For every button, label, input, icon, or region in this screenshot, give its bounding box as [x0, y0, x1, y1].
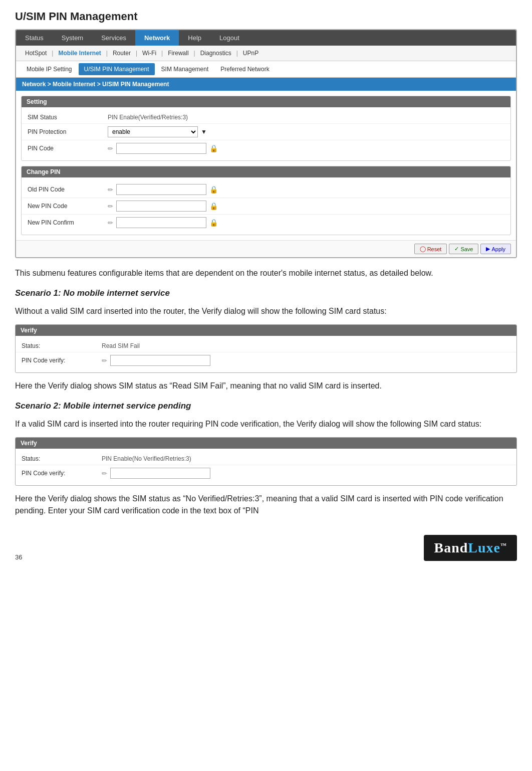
tab-usim-pin[interactable]: U/SIM PIN Management [79, 63, 155, 75]
verify-pin-field-1[interactable] [110, 355, 210, 366]
pin-code-label: PIN Code [28, 145, 108, 152]
nav-logout[interactable]: Logout [210, 30, 248, 46]
pin-code-input: ✏ 🔒 [108, 143, 218, 154]
top-nav: Status System Services Network Help Logo… [16, 30, 516, 46]
pencil-icon-v1: ✏ [102, 357, 107, 364]
verify-header-2: Verify [16, 438, 516, 449]
third-nav: Mobile IP Setting U/SIM PIN Management S… [16, 61, 516, 78]
scenario2: Scenario 2: Mobile internet service pend… [15, 401, 517, 517]
logo-tm: ™ [500, 542, 507, 549]
verify-status-value-2: PIN Enable(No Verified/Retries:3) [102, 455, 191, 462]
router-ui: Status System Services Network Help Logo… [15, 29, 517, 258]
verify-box-1: Verify Status: Read SIM Fail PIN Code ve… [15, 324, 517, 373]
nav-services[interactable]: Services [92, 30, 135, 46]
logo-band: Band [434, 540, 468, 555]
change-pin-section-header: Change PIN [22, 166, 510, 177]
sim-status-value: PIN Enable(Verified/Retries:3) [108, 114, 504, 121]
nav-mobile-internet[interactable]: Mobile Internet [54, 48, 105, 58]
reset-icon: ◯ [420, 246, 426, 252]
sim-status-row: SIM Status PIN Enable(Verified/Retries:3… [22, 111, 510, 124]
verify-status-row-2: Status: PIN Enable(No Verified/Retries:3… [16, 453, 516, 465]
dropdown-arrow-icon: ▼ [201, 128, 207, 135]
scenario1-after-text: Here the Verify dialog shows SIM status … [15, 380, 517, 392]
pin-protection-input: enable disable ▼ [108, 126, 207, 137]
nav-help[interactable]: Help [179, 30, 210, 46]
save-icon: ✓ [454, 246, 459, 252]
verify-pin-input-1: ✏ [102, 355, 210, 366]
pin-code-field[interactable] [116, 143, 206, 154]
verify-pin-row-1: PIN Code verify: ✏ [16, 352, 516, 368]
verify-status-label-2: Status: [22, 455, 102, 462]
new-pin-field[interactable] [116, 201, 206, 212]
confirm-pin-input-group: ✏ 🔒 [108, 217, 218, 228]
nav-diagnostics[interactable]: Diagnostics [196, 48, 235, 58]
new-pin-label: New PIN Code [28, 203, 108, 210]
verify-pin-row-2: PIN Code verify: ✏ [16, 465, 516, 481]
pencil-icon-old: ✏ [108, 186, 113, 194]
apply-icon: ▶ [486, 246, 490, 252]
pin-protection-select[interactable]: enable disable [108, 126, 198, 137]
nav-wifi[interactable]: Wi-Fi [138, 48, 160, 58]
pencil-icon-new: ✏ [108, 203, 113, 210]
nav-network[interactable]: Network [135, 30, 179, 46]
page-title: U/SIM PIN Management [15, 10, 517, 23]
nav-hotspot[interactable]: HotSpot [21, 48, 51, 58]
verify-pin-input-2: ✏ [102, 468, 210, 479]
old-pin-field[interactable] [116, 184, 206, 195]
scenario2-after-text: Here the Verify dialog shows the SIM sta… [15, 493, 517, 517]
pin-protection-label: PIN Protection [28, 128, 108, 135]
nav-status[interactable]: Status [16, 30, 53, 46]
tab-sim-management[interactable]: SIM Management [156, 63, 214, 75]
new-pin-input-group: ✏ 🔒 [108, 201, 218, 212]
verify-pin-label-2: PIN Code verify: [22, 470, 102, 477]
page-number: 36 [15, 553, 22, 561]
logo-text: BandLuxe™ [434, 540, 507, 555]
body-text-1: This submenu features configurable items… [15, 267, 517, 279]
pin-protection-row: PIN Protection enable disable ▼ [22, 124, 510, 140]
verify-pin-label-1: PIN Code verify: [22, 357, 102, 364]
change-pin-section-body: Old PIN Code ✏ 🔒 New PIN Code ✏ 🔒 New PI… [22, 177, 510, 235]
scenario1: Scenario 1: No mobile internet service W… [15, 288, 517, 392]
lock-icon-new: 🔒 [209, 202, 218, 210]
setting-section-header: Setting [22, 96, 510, 107]
pin-code-row: PIN Code ✏ 🔒 [22, 140, 510, 156]
nav-upnp[interactable]: UPnP [239, 48, 262, 58]
nav-router[interactable]: Router [109, 48, 135, 58]
nav-firewall[interactable]: Firewall [164, 48, 192, 58]
lock-icon-confirm: 🔒 [209, 219, 218, 227]
nav-system[interactable]: System [53, 30, 92, 46]
confirm-pin-label: New PIN Confirm [28, 219, 108, 226]
save-button[interactable]: ✓ Save [449, 244, 478, 254]
verify-status-row-1: Status: Read SIM Fail [16, 340, 516, 352]
scenario2-description: If a valid SIM card is inserted into the… [15, 418, 517, 430]
tab-preferred-network[interactable]: Preferred Network [215, 63, 275, 75]
second-nav: HotSpot | Mobile Internet | Router | Wi-… [16, 46, 516, 61]
scenario1-title: Scenario 1: No mobile internet service [15, 288, 517, 298]
apply-button[interactable]: ▶ Apply [480, 244, 511, 254]
verify-header-1: Verify [16, 325, 516, 336]
verify-box-2: Verify Status: PIN Enable(No Verified/Re… [15, 437, 517, 486]
footer-buttons: ◯ Reset ✓ Save ▶ Apply [16, 240, 516, 257]
setting-section: Setting SIM Status PIN Enable(Verified/R… [21, 96, 511, 161]
old-pin-input-group: ✏ 🔒 [108, 184, 218, 195]
breadcrumb: Network > Mobile Internet > U/SIM PIN Ma… [16, 78, 516, 91]
confirm-pin-field[interactable] [116, 217, 206, 228]
sim-status-label: SIM Status [28, 114, 108, 121]
verify-pin-field-2[interactable] [110, 468, 210, 479]
new-pin-row: New PIN Code ✏ 🔒 [22, 198, 510, 215]
reset-button[interactable]: ◯ Reset [414, 244, 447, 254]
lock-icon-old: 🔒 [209, 185, 218, 194]
verify-body-2: Status: PIN Enable(No Verified/Retries:3… [16, 449, 516, 485]
verify-status-label-1: Status: [22, 342, 102, 349]
bandluxe-logo: BandLuxe™ [424, 535, 517, 561]
pencil-icon-confirm: ✏ [108, 219, 113, 227]
scenario2-title: Scenario 2: Mobile internet service pend… [15, 401, 517, 411]
verify-status-value-1: Read SIM Fail [102, 342, 140, 349]
setting-section-body: SIM Status PIN Enable(Verified/Retries:3… [22, 107, 510, 160]
logo-box: BandLuxe™ [424, 535, 517, 561]
tab-mobile-ip[interactable]: Mobile IP Setting [21, 63, 78, 75]
change-pin-section: Change PIN Old PIN Code ✏ 🔒 New PIN Code… [21, 166, 511, 235]
old-pin-row: Old PIN Code ✏ 🔒 [22, 181, 510, 198]
old-pin-label: Old PIN Code [28, 186, 108, 193]
pencil-icon-v2: ✏ [102, 470, 107, 477]
